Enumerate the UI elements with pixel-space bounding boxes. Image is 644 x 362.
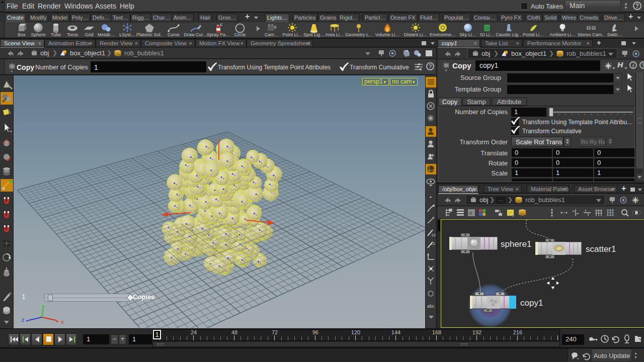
svg-text:sphere1: sphere1 (501, 239, 531, 249)
svg-text:z: z (22, 317, 25, 323)
svg-text:n: n (469, 211, 472, 216)
svg-text:copy1: copy1 (520, 298, 543, 308)
svg-text:12: 12 (431, 233, 436, 237)
svg-text:x: x (61, 319, 64, 325)
svg-text:abc: abc (427, 304, 435, 309)
svg-text:scatter1: scatter1 (586, 244, 616, 254)
svg-text:12: 12 (431, 241, 435, 246)
